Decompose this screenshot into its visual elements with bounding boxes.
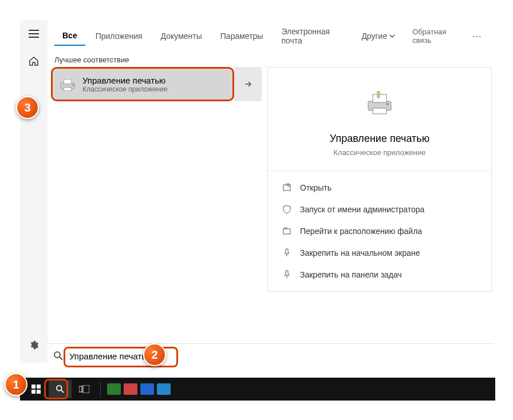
svg-rect-12 [31,385,35,389]
svg-rect-18 [83,385,89,393]
svg-rect-2 [64,88,71,90]
feedback-link[interactable]: Обратная связь [408,23,464,49]
action-run-admin[interactable]: Запуск от имени администратора [268,199,491,220]
tab-docs[interactable]: Документы [153,27,210,45]
expand-arrow-button[interactable] [234,67,262,101]
home-button[interactable] [20,47,48,75]
action-pin-start[interactable]: Закрепить на начальном экране [268,242,491,264]
svg-point-16 [57,386,62,391]
step-bubble-2: 2 [143,343,166,366]
action-open[interactable]: Открыть [268,177,491,199]
printer-icon [58,75,77,93]
svg-rect-1 [64,79,71,84]
svg-rect-17 [79,386,82,392]
start-sidebar [20,20,48,363]
tab-other[interactable]: Другие [353,27,403,45]
taskview-button[interactable] [73,380,96,398]
folder-icon [282,226,292,236]
svg-point-3 [72,84,74,86]
best-match-subtitle: Классическое приложение [82,85,227,93]
action-pin-taskbar[interactable]: Закрепить на панели задач [268,264,491,286]
result-preview-panel: Управление печатью Классическое приложен… [267,67,492,292]
taskbar-app[interactable] [124,383,137,395]
svg-rect-15 [37,390,41,394]
tab-all[interactable]: Все [54,26,85,46]
svg-rect-8 [377,91,380,98]
svg-rect-10 [283,229,290,234]
best-match-title: Управление печатью [82,76,227,85]
step-bubble-1: 1 [5,373,27,396]
preview-title: Управление печатью [279,133,480,145]
tab-apps[interactable]: Приложения [88,27,151,45]
search-icon [53,351,65,362]
taskbar-app[interactable] [107,383,121,395]
svg-rect-6 [373,108,386,114]
settings-button[interactable] [20,331,48,359]
best-match-result[interactable]: Управление печатью Классическое приложен… [51,67,234,101]
tab-settings[interactable]: Параметры [212,27,271,45]
taskbar [20,378,495,401]
more-button[interactable]: ⋯ [467,26,488,46]
tab-email[interactable]: Электронная почта [273,22,351,50]
start-button[interactable] [25,380,48,398]
open-icon [282,183,292,193]
taskbar-app[interactable] [157,383,171,395]
arrow-right-icon [243,80,252,89]
hamburger-menu-button[interactable] [20,20,48,47]
svg-point-7 [386,103,389,105]
svg-rect-14 [31,390,35,394]
svg-rect-13 [37,385,41,389]
svg-point-11 [54,352,60,358]
search-taskbar-button[interactable] [49,380,72,398]
search-bar [48,343,494,369]
pin-taskbar-icon [282,270,292,280]
action-file-location[interactable]: Перейти к расположению файла [268,220,491,242]
step-bubble-3: 3 [16,96,39,119]
chevron-down-icon [389,34,395,38]
printer-large-icon [361,85,398,121]
search-input[interactable] [69,351,488,361]
best-match-label: Лучшее соответствие [54,56,129,64]
preview-subtitle: Классическое приложение [279,148,480,157]
taskbar-app[interactable] [140,383,154,395]
search-tabs: Все Приложения Документы Параметры Элект… [48,20,495,52]
shield-icon [282,204,292,215]
pin-icon [282,248,292,258]
